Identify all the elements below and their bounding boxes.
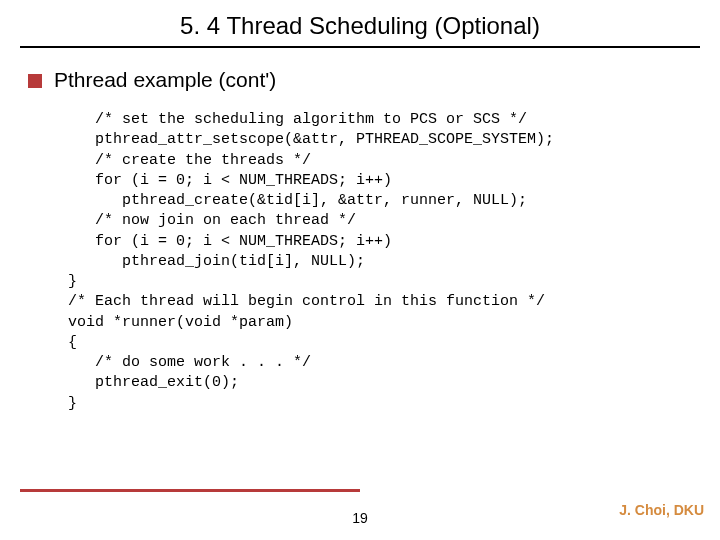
slide: 5. 4 Thread Scheduling (Optional) Pthrea… (0, 0, 720, 540)
bullet-text: Pthread example (cont') (54, 68, 276, 92)
title-area: 5. 4 Thread Scheduling (Optional) (0, 0, 720, 46)
bullet-square-icon (28, 74, 42, 88)
footer-rule (20, 489, 360, 492)
page-number: 19 (0, 510, 720, 526)
page-title: 5. 4 Thread Scheduling (Optional) (180, 8, 540, 46)
code-block: /* set the scheduling algorithm to PCS o… (68, 110, 692, 414)
body: Pthread example (cont') /* set the sched… (0, 48, 720, 414)
bullet-item: Pthread example (cont') (28, 68, 692, 92)
credit-text: J. Choi, DKU (619, 502, 704, 518)
